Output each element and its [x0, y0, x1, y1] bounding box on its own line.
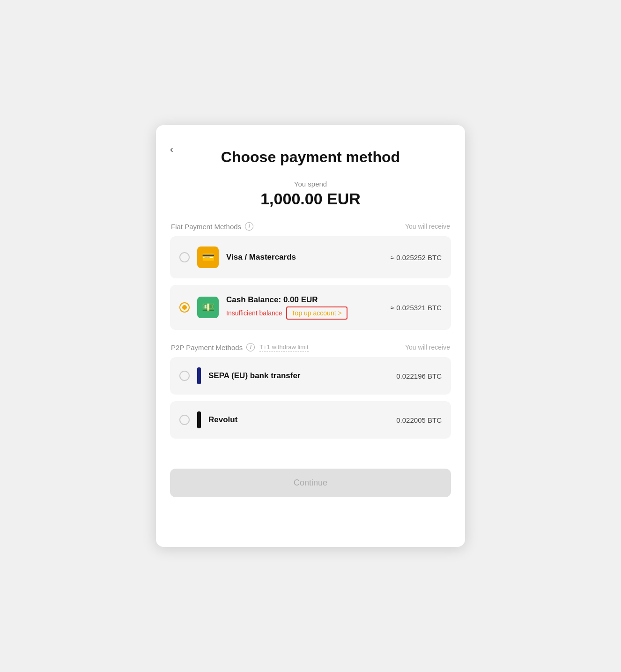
- p2p-info-icon[interactable]: i: [246, 343, 255, 351]
- payment-method-screen: ‹ Choose payment method You spend 1,000.…: [156, 125, 465, 547]
- back-button[interactable]: ‹: [170, 144, 173, 155]
- visa-radio[interactable]: [179, 252, 190, 262]
- sepa-radio[interactable]: [179, 371, 190, 381]
- p2p-section: P2P Payment Methods i T+1 withdraw limit…: [170, 343, 451, 445]
- p2p-header-left: P2P Payment Methods i T+1 withdraw limit: [171, 343, 309, 351]
- revolut-option[interactable]: Revolut 0.022005 BTC: [170, 401, 451, 439]
- visa-name: Visa / Mastercards: [226, 253, 383, 262]
- page-title: Choose payment method: [170, 149, 451, 166]
- sepa-info: SEPA (EU) bank transfer: [208, 371, 389, 381]
- revolut-receive-amount: 0.022005 BTC: [396, 416, 442, 424]
- cash-name: Cash Balance: 0.00 EUR: [226, 295, 383, 305]
- fiat-section-label: Fiat Payment Methods i: [171, 222, 253, 231]
- revolut-info: Revolut: [208, 415, 389, 425]
- p2p-you-will-receive: You will receive: [405, 343, 450, 351]
- p2p-section-header: P2P Payment Methods i T+1 withdraw limit…: [170, 343, 451, 351]
- visa-icon: 💳: [197, 246, 219, 268]
- cash-radio[interactable]: [179, 302, 190, 313]
- visa-info: Visa / Mastercards: [226, 253, 383, 262]
- top-up-button[interactable]: Top up account >: [286, 306, 347, 320]
- fiat-info-icon[interactable]: i: [245, 222, 253, 231]
- fiat-you-will-receive: You will receive: [405, 223, 450, 230]
- fiat-section-header: Fiat Payment Methods i You will receive: [170, 222, 451, 231]
- fiat-label-text: Fiat Payment Methods: [171, 223, 241, 231]
- cash-radio-inner: [182, 305, 187, 310]
- t1-label: T+1 withdraw limit: [259, 343, 308, 351]
- cash-icon: 💵: [197, 297, 219, 318]
- visa-receive-amount: ≈ 0.025252 BTC: [391, 254, 442, 261]
- cash-balance-option[interactable]: 💵 Cash Balance: 0.00 EUR Insufficient ba…: [170, 285, 451, 330]
- sepa-name: SEPA (EU) bank transfer: [208, 371, 389, 381]
- cash-info: Cash Balance: 0.00 EUR Insufficient bala…: [226, 295, 383, 320]
- continue-button[interactable]: Continue: [170, 469, 451, 497]
- p2p-section-label: P2P Payment Methods i: [171, 343, 255, 351]
- cash-sub: Insufficient balance Top up account >: [226, 306, 383, 320]
- spend-amount: 1,000.00 EUR: [170, 190, 451, 208]
- sepa-receive-amount: 0.022196 BTC: [396, 372, 442, 380]
- revolut-name: Revolut: [208, 415, 389, 425]
- sepa-option[interactable]: SEPA (EU) bank transfer 0.022196 BTC: [170, 357, 451, 395]
- visa-mastercard-option[interactable]: 💳 Visa / Mastercards ≈ 0.025252 BTC: [170, 236, 451, 278]
- cash-receive-amount: ≈ 0.025321 BTC: [391, 304, 442, 312]
- spend-label: You spend: [170, 180, 451, 188]
- revolut-icon: [197, 411, 201, 428]
- insufficient-balance-text: Insufficient balance: [226, 309, 282, 317]
- spend-section: You spend 1,000.00 EUR: [170, 180, 451, 208]
- p2p-label-text: P2P Payment Methods: [171, 343, 243, 351]
- sepa-icon: [197, 367, 201, 384]
- revolut-radio[interactable]: [179, 415, 190, 425]
